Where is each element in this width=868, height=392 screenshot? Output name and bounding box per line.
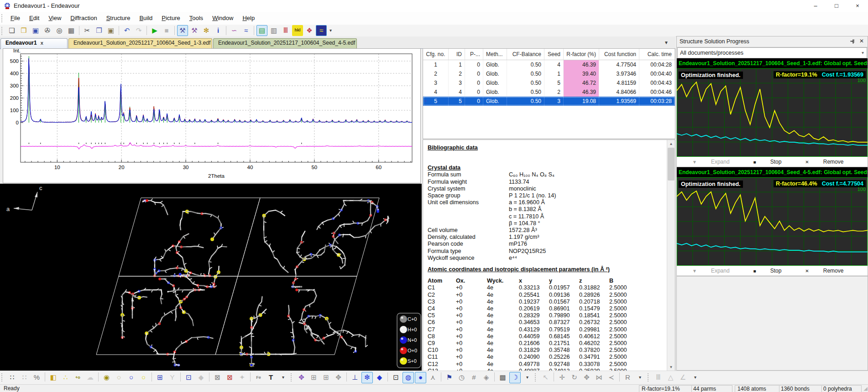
- column-header-seed[interactable]: Seed: [544, 49, 564, 60]
- report-view-icon[interactable]: ▥: [268, 25, 279, 36]
- start-calculation-icon[interactable]: ▶: [149, 25, 160, 36]
- axes-flag-icon[interactable]: ⚑: [444, 372, 455, 383]
- unit-cell-contents-icon[interactable]: ⊞: [154, 372, 166, 383]
- pin-icon[interactable]: [850, 39, 856, 46]
- atoms-tool-icon[interactable]: ∷: [6, 372, 18, 383]
- crystal-report-panel[interactable]: Bibliographic dataCrystal dataFormula su…: [423, 139, 675, 371]
- column-header-cost-function[interactable]: Cost function: [599, 49, 639, 60]
- menu-file[interactable]: File: [6, 12, 25, 25]
- table-row[interactable]: 330Glob.0.50546.724.8115900:04:43: [423, 78, 675, 88]
- menu-window[interactable]: Window: [208, 12, 238, 25]
- dynamic-box-icon[interactable]: ⊠: [212, 372, 223, 383]
- scale-mode-icon[interactable]: ⋈: [593, 372, 605, 383]
- molecule-view-icon[interactable]: ❇: [361, 372, 373, 383]
- rfactor-tool-icon[interactable]: ⚒: [189, 25, 200, 36]
- copy-icon[interactable]: ❐: [94, 25, 105, 36]
- new-icon[interactable]: ❏: [6, 25, 17, 36]
- toolbar-drag-handle[interactable]: [648, 373, 651, 382]
- stop-button[interactable]: ■Stop: [742, 268, 782, 274]
- structure-solution-tool-icon[interactable]: ⚒: [177, 25, 188, 36]
- remove-button[interactable]: ✕Remove: [793, 268, 843, 274]
- column-header-meth-[interactable]: Meth...: [483, 49, 507, 60]
- tab-list-dropdown-icon[interactable]: ▼: [664, 40, 669, 45]
- menu-structure[interactable]: Structure: [102, 12, 135, 25]
- axes-tripod-icon[interactable]: ⊥: [349, 372, 361, 383]
- rotate-mode-icon[interactable]: ↻: [569, 372, 580, 383]
- text-tool-icon[interactable]: T: [265, 372, 277, 383]
- toolbar-drag-handle[interactable]: [291, 373, 294, 382]
- structure-3d-view[interactable]: acC+0H+0N+0O+0S+0: [0, 184, 422, 371]
- scroll-thumb[interactable]: [668, 148, 675, 181]
- tab-solution-1[interactable]: Endeavour1_Solution_20251217_100604_Seed…: [68, 38, 212, 49]
- unit-cell-edges-icon[interactable]: ⊡: [183, 372, 194, 383]
- menubar-drag-handle[interactable]: [1, 14, 5, 22]
- resize-grip-icon[interactable]: ◢: [864, 386, 868, 392]
- table-row[interactable]: 440Glob.0.50246.394.8406600:04:46: [423, 88, 675, 97]
- table-row[interactable]: 550Glob.0.50319.081.9356900:03:28: [423, 97, 675, 106]
- pointer-options-icon[interactable]: R: [622, 372, 633, 383]
- configuration-list-view-icon[interactable]: ▤: [256, 25, 267, 36]
- diffraction-chart[interactable]: 1020304050600100200300400500Int.2Theta: [3, 49, 419, 182]
- dark-background-toggle-icon[interactable]: ☽: [509, 372, 521, 383]
- info-icon[interactable]: i: [213, 25, 224, 36]
- progress-close-icon[interactable]: ✕: [859, 38, 864, 44]
- report-scrollbar[interactable]: ▲ ▼: [667, 140, 675, 371]
- ring-yellow-icon[interactable]: ○: [138, 372, 149, 383]
- progress-chart-2[interactable]: 100Optimization finished.R-factor=46.4%C…: [677, 177, 868, 266]
- column-header-p-[interactable]: P-...: [465, 49, 483, 60]
- menu-picture[interactable]: Picture: [157, 12, 184, 25]
- open-icon[interactable]: ❒: [18, 25, 29, 36]
- menu-diffraction[interactable]: Diffraction: [66, 12, 101, 25]
- text-more-icon[interactable]: ▾: [277, 372, 289, 383]
- menu-view[interactable]: View: [44, 12, 66, 25]
- pattern-graph-view-icon[interactable]: ≈: [316, 25, 327, 36]
- angle-mode-icon[interactable]: ≺: [606, 372, 617, 383]
- translate-tool-icon[interactable]: ✥: [296, 372, 307, 383]
- print-icon[interactable]: ▦: [66, 25, 77, 36]
- solutions-table[interactable]: Cfg. no.IDP-...Meth...CF-BalanceSeedR-fa…: [423, 48, 675, 139]
- column-header-cfg-no-[interactable]: Cfg. no.: [423, 49, 449, 60]
- atom-group-tool-icon[interactable]: ∷: [19, 372, 30, 383]
- bond-tool-icon[interactable]: %: [31, 372, 42, 383]
- scroll-up-icon[interactable]: ▲: [667, 140, 675, 148]
- structure-3d-panel[interactable]: acC+0H+0N+0O+0S+0: [0, 184, 422, 371]
- powder-pattern-view-icon[interactable]: Ⅲ: [280, 25, 291, 36]
- view-target-icon[interactable]: ◈: [481, 372, 492, 383]
- close-button[interactable]: ×: [847, 0, 868, 12]
- wizard-tool-icon[interactable]: ✻: [201, 25, 212, 36]
- undo-icon[interactable]: ↶: [121, 25, 132, 36]
- cell-frame-style-icon[interactable]: ⊡: [390, 372, 402, 383]
- fit-tool-icon[interactable]: ✥: [333, 372, 344, 383]
- stop-button[interactable]: ■Stop: [742, 159, 782, 165]
- menu-build[interactable]: Build: [135, 12, 157, 25]
- sphere-solid-style-icon[interactable]: ●: [415, 372, 426, 383]
- polyhedron-view-icon[interactable]: ◆: [374, 372, 385, 383]
- toolbar-more-icon[interactable]: ▾: [328, 25, 334, 36]
- element-label-icon[interactable]: Fe: [253, 372, 264, 383]
- menu-edit[interactable]: Edit: [25, 12, 44, 25]
- tab-solution-2[interactable]: Endeavour1_Solution_20251217_100604_Seed…: [213, 38, 357, 49]
- scroll-down-icon[interactable]: ▼: [667, 363, 675, 371]
- color-fill-tool-icon[interactable]: ◧: [47, 372, 59, 383]
- clock-tool-icon[interactable]: ◷: [456, 372, 467, 383]
- wire-style-icon[interactable]: ⋏: [427, 372, 439, 383]
- table-row[interactable]: 220Glob.0.50139.403.9734600:04:40: [423, 69, 675, 78]
- background-more-icon[interactable]: ▾: [522, 372, 533, 383]
- grid-tool-icon[interactable]: #: [468, 372, 480, 383]
- column-header-cf-balance[interactable]: CF-Balance: [507, 49, 544, 60]
- menu-tools[interactable]: Tools: [185, 12, 208, 25]
- column-header-calc-time[interactable]: Calc. time: [639, 49, 675, 60]
- paste-icon[interactable]: ▣: [105, 25, 116, 36]
- add-bond-tool-icon[interactable]: +o: [72, 372, 84, 383]
- find-icon[interactable]: ✇: [42, 25, 53, 36]
- maximize-button[interactable]: □: [826, 0, 847, 12]
- tab-document[interactable]: Endeavour1x: [0, 38, 68, 49]
- table-row[interactable]: 110Glob.0.50446.394.7750400:04:28: [423, 60, 675, 69]
- structure-3d-view-icon[interactable]: ❖: [304, 25, 315, 36]
- toolbar-drag-handle[interactable]: [1, 27, 5, 35]
- ring-blue-icon[interactable]: ○: [125, 372, 137, 383]
- menu-help[interactable]: Help: [238, 12, 259, 25]
- column-header-r-factor-[interactable]: R-factor (%): [564, 49, 599, 60]
- progress-chart-1[interactable]: 100Optimization finished.R-factor=19.1%C…: [677, 68, 868, 157]
- move-mode-icon[interactable]: ✛: [556, 372, 568, 383]
